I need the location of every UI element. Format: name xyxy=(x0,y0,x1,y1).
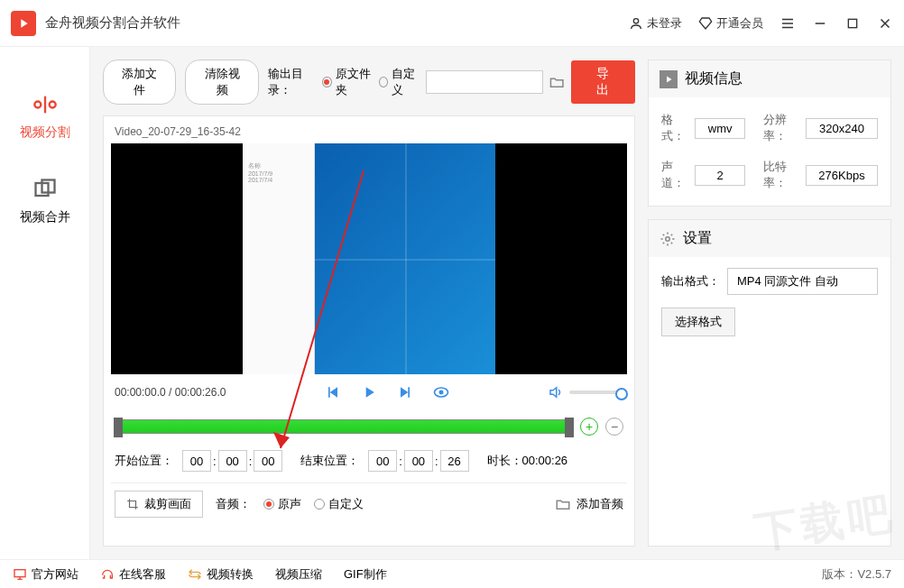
add-file-button[interactable]: 添加文件 xyxy=(103,60,176,105)
bitrate-value: 276Kbps xyxy=(806,165,878,186)
crop-icon xyxy=(126,498,139,510)
user-icon xyxy=(629,16,643,31)
output-custom-radio[interactable]: 自定义 xyxy=(379,66,420,98)
svg-rect-0 xyxy=(848,19,856,27)
app-title: 金舟视频分割合并软件 xyxy=(45,14,613,32)
monitor-icon xyxy=(13,567,27,582)
end-sec-input[interactable] xyxy=(440,450,469,472)
video-player[interactable]: 名称2017/7/92017/7/4 xyxy=(111,143,627,374)
settings-panel: 设置 输出格式： MP4 同源文件 自动 选择格式 xyxy=(648,219,891,547)
duration-value: 00:00:26 xyxy=(522,454,568,467)
player-controls: 00:00:00.0 / 00:00:26.0 xyxy=(111,374,627,410)
video-info-panel: 视频信息 格式： wmv 分辨率： 320x240 声道： 2 比特率： 276… xyxy=(648,60,891,207)
folder-icon xyxy=(555,496,571,512)
output-format-value: MP4 同源文件 自动 xyxy=(727,268,878,295)
prev-frame-button[interactable] xyxy=(324,383,342,401)
audio-label: 音频： xyxy=(216,496,251,512)
format-value: wmv xyxy=(695,118,745,139)
play-button[interactable] xyxy=(360,383,378,401)
duration-label: 时长： xyxy=(487,454,522,467)
menu-button[interactable] xyxy=(779,15,796,32)
toolbar: 添加文件 清除视频 输出目录： 原文件夹 自定义 导出 xyxy=(103,60,635,105)
folder-icon[interactable] xyxy=(549,74,565,90)
start-min-input[interactable] xyxy=(218,450,247,472)
output-path-input[interactable] xyxy=(426,70,543,94)
timeline-slider[interactable] xyxy=(115,419,573,434)
output-dir-label: 输出目录： xyxy=(268,66,317,98)
time-display: 00:00:00.0 / 00:00:26.0 xyxy=(115,386,226,399)
split-icon xyxy=(32,92,58,117)
end-hour-input[interactable] xyxy=(368,450,397,472)
svg-point-2 xyxy=(49,102,55,108)
video-convert-link[interactable]: 视频转换 xyxy=(188,566,254,583)
output-original-radio[interactable]: 原文件夹 xyxy=(322,66,374,98)
crop-button[interactable]: 裁剪画面 xyxy=(115,491,203,518)
timeline-start-handle[interactable] xyxy=(114,418,123,437)
video-info-title: 视频信息 xyxy=(685,69,743,88)
timeline-end-handle[interactable] xyxy=(565,418,574,437)
volume-icon xyxy=(548,384,564,400)
video-compress-link[interactable]: 视频压缩 xyxy=(275,566,322,583)
clear-video-button[interactable]: 清除视频 xyxy=(185,60,258,105)
diamond-icon xyxy=(698,16,713,31)
svg-point-8 xyxy=(438,390,443,395)
add-segment-button[interactable]: + xyxy=(580,418,598,436)
svg-point-9 xyxy=(666,236,670,241)
minimize-button[interactable] xyxy=(812,15,828,32)
volume-slider[interactable] xyxy=(569,390,623,394)
footer: 官方网站 在线客服 视频转换 视频压缩 GIF制作 版本：V2.5.7 xyxy=(0,559,904,588)
preview-button[interactable] xyxy=(432,383,450,401)
play-icon xyxy=(660,70,678,88)
close-button[interactable] xyxy=(877,15,893,32)
website-link[interactable]: 官方网站 xyxy=(13,566,78,583)
version-label: 版本：V2.5.7 xyxy=(822,566,891,583)
svg-rect-10 xyxy=(14,569,25,576)
login-button[interactable]: 未登录 xyxy=(629,15,682,32)
titlebar: 金舟视频分割合并软件 未登录 开通会员 xyxy=(0,0,904,47)
next-frame-button[interactable] xyxy=(396,383,414,401)
output-format-label: 输出格式： xyxy=(661,273,720,289)
settings-title: 设置 xyxy=(683,229,712,248)
end-min-input[interactable] xyxy=(404,450,433,472)
sidebar-item-merge[interactable]: 视频合并 xyxy=(0,159,89,243)
remove-segment-button[interactable]: − xyxy=(605,418,623,436)
sidebar-item-split[interactable]: 视频分割 xyxy=(0,74,89,159)
vip-button[interactable]: 开通会员 xyxy=(698,15,763,32)
maximize-button[interactable] xyxy=(844,15,861,32)
end-pos-label: 结束位置： xyxy=(300,453,359,469)
merge-icon xyxy=(32,177,58,202)
video-card: Video_20-07-29_16-35-42 名称2017/7/92017/7… xyxy=(103,115,635,547)
app-logo xyxy=(11,11,36,36)
export-button[interactable]: 导出 xyxy=(571,60,635,104)
select-format-button[interactable]: 选择格式 xyxy=(661,308,735,336)
resolution-value: 320x240 xyxy=(806,118,878,139)
svg-point-1 xyxy=(34,102,41,108)
video-filename: Video_20-07-29_16-35-42 xyxy=(111,124,627,143)
volume-control[interactable] xyxy=(548,384,623,400)
start-hour-input[interactable] xyxy=(182,450,211,472)
start-sec-input[interactable] xyxy=(254,450,282,472)
add-audio-button[interactable]: 添加音频 xyxy=(555,496,623,512)
headset-icon xyxy=(100,567,115,582)
start-pos-label: 开始位置： xyxy=(115,453,173,469)
gif-maker-link[interactable]: GIF制作 xyxy=(344,566,387,583)
audio-custom-radio[interactable]: 自定义 xyxy=(314,496,364,512)
channel-value: 2 xyxy=(695,165,745,186)
gear-icon xyxy=(660,231,676,247)
sidebar: 视频分割 视频合并 xyxy=(0,47,90,559)
convert-icon xyxy=(188,567,202,582)
audio-original-radio[interactable]: 原声 xyxy=(263,496,301,512)
customer-service-link[interactable]: 在线客服 xyxy=(100,566,166,583)
